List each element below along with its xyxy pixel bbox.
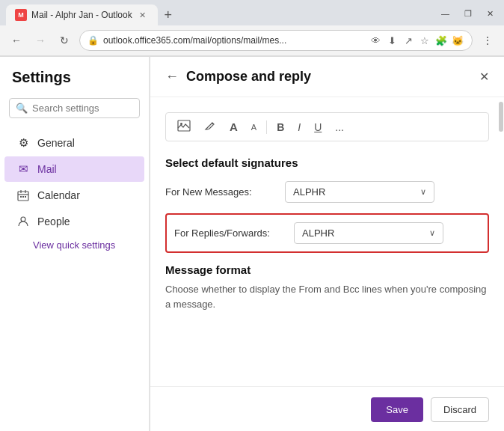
svg-rect-6 (25, 196, 26, 198)
calendar-icon (16, 189, 30, 202)
tab-favicon: M (15, 9, 27, 21)
search-settings-input[interactable] (32, 103, 133, 114)
message-format-description: Choose whether to display the From and B… (165, 282, 489, 311)
new-tab-button[interactable]: + (158, 4, 179, 25)
close-window-button[interactable]: ✕ (482, 7, 498, 20)
browser-tab[interactable]: M Mail - Alphr Jan - Outlook ✕ (6, 4, 158, 25)
replies-value: ALPHR (302, 227, 429, 239)
sidebar-item-calendar[interactable]: Calendar (4, 183, 144, 208)
sidebar-item-people[interactable]: People (4, 209, 144, 234)
font-size-small-button[interactable]: A (248, 120, 260, 134)
compose-reply-panel: ← Compose and reply ✕ A A B I (150, 57, 504, 431)
panel-header: ← Compose and reply ✕ (150, 57, 504, 97)
general-icon: ⚙ (16, 136, 30, 150)
more-options-button[interactable]: ⋮ (479, 31, 497, 49)
back-nav-button[interactable]: ← (7, 31, 25, 49)
bold-button[interactable]: B (273, 119, 288, 135)
cat-icon: 🐱 (451, 34, 464, 47)
minimize-button[interactable]: — (437, 7, 454, 19)
address-bar[interactable]: 🔒 outlook.office365.com/mail/options/mai… (79, 30, 473, 51)
download-icon[interactable]: ⬇ (385, 34, 399, 47)
panel-body: A A B I U ... Select default signatures … (150, 97, 504, 386)
people-label: People (37, 216, 70, 227)
mail-icon: ✉ (16, 162, 30, 176)
star-icon[interactable]: ☆ (418, 34, 431, 47)
message-format-section: Message format Choose whether to display… (165, 263, 489, 311)
sidebar-item-mail[interactable]: ✉ Mail (4, 156, 144, 182)
underline-button[interactable]: U (310, 119, 325, 135)
new-messages-row: For New Messages: ALPHR ∨ (165, 181, 489, 203)
scrollbar-thumb[interactable] (499, 102, 503, 132)
new-messages-select[interactable]: ALPHR ∨ (285, 181, 434, 203)
italic-button[interactable]: I (294, 119, 304, 135)
sidebar-title: Settings (0, 69, 149, 98)
share-icon[interactable]: ↗ (402, 34, 415, 47)
discard-button[interactable]: Discard (431, 397, 489, 422)
restore-button[interactable]: ❐ (460, 7, 476, 20)
lock-icon: 🔒 (87, 35, 99, 46)
font-size-button[interactable]: A (226, 118, 242, 135)
eye-icon[interactable]: 👁 (369, 34, 382, 47)
search-settings-box[interactable]: 🔍 (9, 98, 140, 118)
reload-button[interactable]: ↻ (55, 31, 73, 49)
sidebar-item-general[interactable]: ⚙ General (4, 130, 144, 156)
settings-sidebar: Settings 🔍 ⚙ General ✉ Mail (0, 57, 150, 431)
panel-title: Compose and reply (186, 69, 472, 85)
message-format-title: Message format (165, 263, 489, 276)
tab-close-button[interactable]: ✕ (137, 9, 149, 21)
new-messages-value: ALPHR (293, 186, 420, 198)
people-icon (16, 215, 30, 228)
signatures-section-title: Select default signatures (165, 156, 489, 169)
svg-point-9 (180, 123, 182, 125)
toolbar-separator-1 (266, 120, 267, 134)
replies-select[interactable]: ALPHR ∨ (294, 222, 443, 244)
tab-title: Mail - Alphr Jan - Outlook (31, 10, 132, 20)
panel-footer: Save Discard (150, 386, 504, 431)
highlight-button[interactable] (200, 117, 220, 136)
url-text: outlook.office365.com/mail/options/mail/… (103, 35, 364, 46)
save-button[interactable]: Save (371, 397, 423, 422)
panel-back-button[interactable]: ← (165, 69, 179, 85)
forward-nav-button[interactable]: → (31, 31, 49, 49)
svg-point-7 (21, 217, 25, 221)
new-messages-label: For New Messages: (165, 186, 285, 198)
replies-label: For Replies/Forwards: (174, 227, 294, 239)
new-messages-dropdown-arrow: ∨ (420, 187, 426, 197)
scrollbar-track[interactable] (497, 102, 503, 388)
calendar-label: Calendar (37, 189, 80, 201)
svg-rect-5 (22, 196, 24, 198)
replies-forwards-row: For Replies/Forwards: ALPHR ∨ (165, 213, 489, 253)
puzzle-icon[interactable]: 🧩 (434, 34, 448, 47)
replies-dropdown-arrow: ∨ (429, 228, 435, 238)
general-label: General (37, 137, 75, 149)
search-icon: 🔍 (16, 103, 28, 114)
more-formatting-button[interactable]: ... (331, 119, 348, 135)
insert-image-button[interactable] (173, 117, 194, 136)
content-area: ← Compose and reply ✕ A A B I (150, 57, 504, 431)
mail-label: Mail (37, 163, 57, 175)
formatting-toolbar: A A B I U ... (165, 112, 489, 141)
view-quick-settings-link[interactable]: View quick settings (0, 235, 149, 255)
panel-close-button[interactable]: ✕ (479, 70, 489, 84)
svg-rect-4 (20, 196, 22, 198)
